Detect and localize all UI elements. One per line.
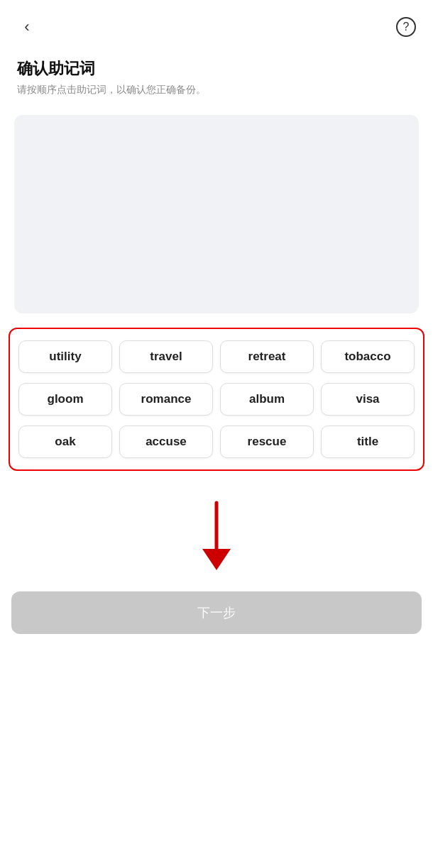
help-button[interactable]: ? [393, 14, 419, 40]
word-chip-w12[interactable]: title [321, 425, 415, 458]
arrow-container [0, 485, 433, 591]
svg-marker-1 [202, 549, 231, 570]
mnemonic-display-area [14, 115, 419, 313]
back-arrow-icon: ‹ [24, 18, 29, 36]
back-button[interactable]: ‹ [14, 14, 40, 40]
header: ‹ ? [0, 0, 433, 47]
page-subtitle: 请按顺序点击助记词，以确认您正确备份。 [17, 84, 416, 96]
word-chip-w1[interactable]: utility [18, 340, 112, 373]
word-chip-w4[interactable]: tobacco [321, 340, 415, 373]
help-circle-icon: ? [396, 17, 416, 37]
word-chip-w3[interactable]: retreat [220, 340, 314, 373]
word-chip-w2[interactable]: travel [119, 340, 213, 373]
word-chip-w11[interactable]: rescue [220, 425, 314, 458]
next-button[interactable]: 下一步 [11, 591, 422, 634]
word-grid: utilitytravelretreattobaccogloomromancea… [18, 340, 415, 458]
word-selection-area: utilitytravelretreattobaccogloomromancea… [9, 328, 424, 471]
down-arrow-icon [188, 499, 245, 584]
word-chip-w8[interactable]: visa [321, 383, 415, 416]
page-title: 确认助记词 [17, 58, 416, 79]
title-section: 确认助记词 请按顺序点击助记词，以确认您正确备份。 [0, 47, 433, 101]
word-chip-w5[interactable]: gloom [18, 383, 112, 416]
word-chip-w7[interactable]: album [220, 383, 314, 416]
next-button-wrapper: 下一步 [0, 591, 433, 655]
word-chip-w10[interactable]: accuse [119, 425, 213, 458]
word-chip-w9[interactable]: oak [18, 425, 112, 458]
word-chip-w6[interactable]: romance [119, 383, 213, 416]
